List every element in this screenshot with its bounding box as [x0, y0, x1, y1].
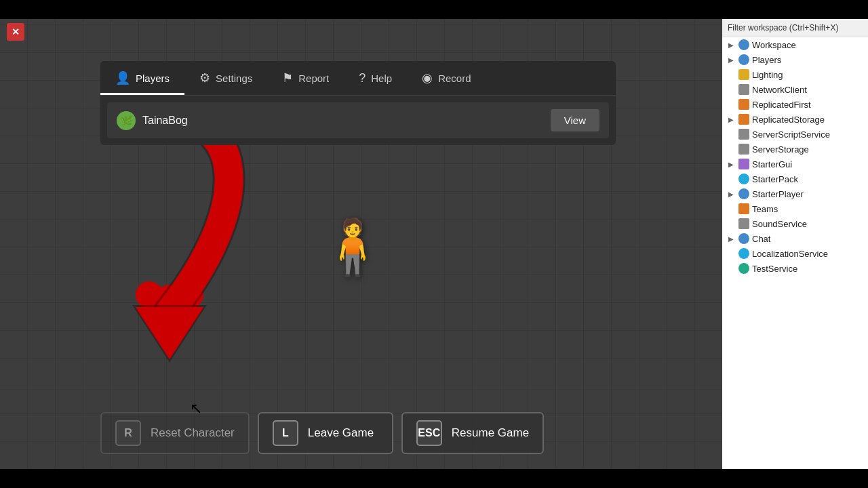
resume-key-badge: ESC	[416, 420, 442, 446]
localizationservice-label: LocalizationService	[752, 249, 828, 259]
black-bar-bottom	[0, 469, 868, 488]
settings-tab-icon: ⚙	[199, 70, 210, 85]
game-character: 🧍	[319, 216, 387, 279]
lighting-icon	[738, 69, 749, 80]
startergui-label: StarterGui	[752, 159, 792, 169]
report-tab-label: Report	[298, 73, 329, 84]
record-tab-label: Record	[438, 73, 471, 84]
players-panel: 👤 Players ⚙ Settings ⚑ Report ? Help ◉ R…	[100, 61, 616, 145]
explorer-item-testservice[interactable]: ▶ TestService	[722, 261, 868, 276]
player-name: TainaBog	[142, 115, 188, 127]
startergui-icon	[738, 159, 749, 169]
panel-content: 🌿 TainaBog View	[100, 96, 616, 145]
starterpack-icon	[738, 174, 749, 184]
explorer-item-teams[interactable]: ▶ Teams	[722, 201, 868, 216]
panel-tabs: 👤 Players ⚙ Settings ⚑ Report ? Help ◉ R…	[100, 61, 616, 96]
serverscriptservice-label: ServerScriptService	[752, 129, 830, 140]
serverstorage-icon	[738, 144, 749, 155]
report-tab-icon: ⚑	[282, 70, 293, 85]
resume-game-label: Resume Game	[452, 426, 529, 440]
expand-players-icon: ▶	[726, 55, 736, 64]
view-button[interactable]: View	[551, 109, 599, 131]
expand-startergui-icon: ▶	[726, 159, 736, 169]
explorer-panel: Filter workspace (Ctrl+Shift+X) ▶ Worksp…	[722, 19, 868, 469]
explorer-item-localizationservice[interactable]: ▶ LocalizationService	[722, 246, 868, 261]
tab-help[interactable]: ? Help	[344, 61, 407, 95]
explorer-item-startergui[interactable]: ▶ StarterGui	[722, 157, 868, 171]
explorer-item-networkclient[interactable]: ▶ NetworkClient	[722, 82, 868, 97]
explorer-item-players[interactable]: ▶ Players	[722, 52, 868, 67]
resume-game-button[interactable]: ESC Resume Game	[401, 412, 544, 454]
reset-key-badge: R	[115, 420, 141, 446]
explorer-search-bar: Filter workspace (Ctrl+Shift+X)	[722, 19, 868, 37]
close-icon: ✕	[12, 26, 20, 37]
replicatedstorage-icon	[738, 114, 749, 125]
testservice-icon	[738, 263, 749, 274]
reset-character-label: Reset Character	[151, 426, 235, 440]
reset-character-button[interactable]: R Reset Character	[100, 412, 250, 454]
replicatedfirst-icon	[738, 99, 749, 110]
explorer-item-serverstorage[interactable]: ▶ ServerStorage	[722, 142, 868, 157]
soundservice-label: SoundService	[752, 219, 807, 229]
black-bar-top	[0, 0, 868, 19]
tab-players[interactable]: 👤 Players	[100, 61, 184, 95]
soundservice-icon	[738, 218, 749, 229]
replicatedfirst-label: ReplicatedFirst	[752, 100, 811, 110]
teams-icon	[738, 203, 749, 214]
starterplayer-icon	[738, 188, 749, 199]
explorer-list: ▶ Workspace ▶ Players ▶ Lighting ▶ Netwo…	[722, 37, 868, 469]
players-tab-icon: 👤	[115, 70, 130, 85]
starterpack-label: StarterPack	[752, 174, 798, 184]
tab-report[interactable]: ⚑ Report	[267, 61, 344, 95]
leave-key-badge: L	[273, 420, 298, 446]
tab-record[interactable]: ◉ Record	[407, 61, 486, 95]
expand-starterplayer-icon: ▶	[726, 189, 736, 199]
help-tab-icon: ?	[359, 71, 366, 85]
explorer-item-lighting[interactable]: ▶ Lighting	[722, 67, 868, 82]
explorer-item-replicatedstorage[interactable]: ▶ ReplicatedStorage	[722, 112, 868, 127]
player-avatar: 🌿	[117, 111, 136, 130]
explorer-item-chat[interactable]: ▶ Chat	[722, 231, 868, 246]
explorer-item-workspace[interactable]: ▶ Workspace	[722, 37, 868, 52]
lighting-label: Lighting	[752, 70, 783, 80]
networkclient-label: NetworkClient	[752, 85, 807, 95]
tab-settings[interactable]: ⚙ Settings	[184, 61, 267, 95]
chat-label: Chat	[752, 234, 770, 244]
testservice-label: TestService	[752, 264, 797, 274]
expand-workspace-icon: ▶	[726, 40, 736, 49]
leave-game-label: Leave Game	[308, 426, 374, 440]
serverstorage-label: ServerStorage	[752, 144, 809, 155]
explorer-item-starterpack[interactable]: ▶ StarterPack	[722, 171, 868, 186]
replicatedstorage-label: ReplicatedStorage	[752, 115, 825, 125]
explorer-item-serverscriptservice[interactable]: ▶ ServerScriptService	[722, 127, 868, 142]
players-label: Players	[752, 55, 781, 65]
record-tab-icon: ◉	[422, 70, 433, 85]
explorer-item-starterplayer[interactable]: ▶ StarterPlayer	[722, 186, 868, 201]
help-tab-label: Help	[371, 73, 392, 84]
settings-tab-label: Settings	[216, 73, 252, 84]
expand-chat-icon: ▶	[726, 234, 736, 243]
starterplayer-label: StarterPlayer	[752, 189, 804, 199]
chat-icon	[738, 233, 749, 244]
workspace-icon	[738, 39, 749, 50]
explorer-item-replicatedfirst[interactable]: ▶ ReplicatedFirst	[722, 97, 868, 112]
close-button[interactable]: ✕	[7, 23, 24, 41]
serverscriptservice-icon	[738, 129, 749, 140]
workspace-label: Workspace	[752, 40, 796, 50]
players-icon	[738, 54, 749, 65]
players-tab-label: Players	[136, 73, 170, 84]
explorer-item-soundservice[interactable]: ▶ SoundService	[722, 216, 868, 231]
player-row: 🌿 TainaBog View	[107, 102, 609, 138]
networkclient-icon	[738, 84, 749, 95]
explorer-search-label: Filter workspace (Ctrl+Shift+X)	[728, 23, 838, 33]
teams-label: Teams	[752, 204, 778, 214]
player-info: 🌿 TainaBog	[117, 111, 188, 130]
bottom-buttons: R Reset Character L Leave Game ESC Resum…	[100, 412, 544, 454]
leave-game-button[interactable]: L Leave Game	[258, 412, 393, 454]
localizationservice-icon	[738, 248, 749, 259]
expand-replicatedstorage-icon: ▶	[726, 115, 736, 124]
